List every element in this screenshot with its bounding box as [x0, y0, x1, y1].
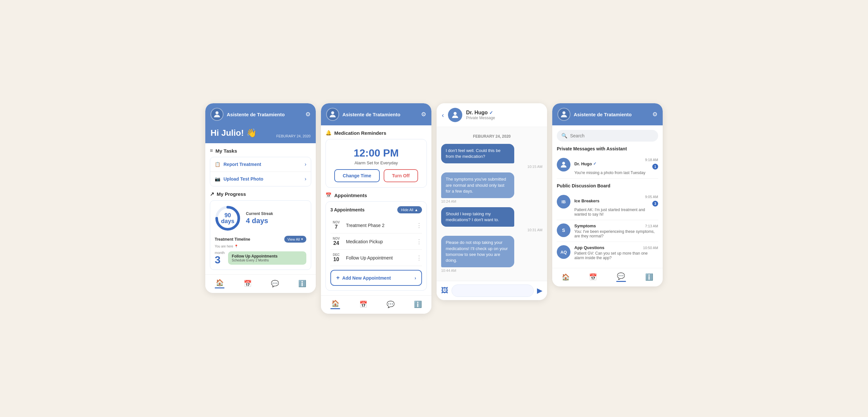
calendar-icon: 📅 [326, 192, 332, 198]
svg-point-3 [331, 111, 334, 114]
screen-chat: ‹ Dr. Hugo ✓ Private Message FEBURARY 24… [437, 103, 547, 300]
list-icon: ≡ [210, 148, 213, 154]
header-2: Asistente de Tratamiento ⚙ [321, 103, 431, 125]
search-input[interactable] [570, 133, 654, 138]
svg-point-5 [562, 111, 565, 114]
view-all-btn[interactable]: View All ▾ [284, 236, 306, 243]
appointments-card: 3 Appointments Hide All ▲ Nov 7 Treatmen… [326, 201, 427, 291]
chevron-report: › [305, 161, 306, 167]
nav-chat-1[interactable]: 💬 [271, 280, 279, 287]
nav-chat-2[interactable]: 💬 [386, 300, 395, 308]
nav-calendar-4[interactable]: 📅 [589, 273, 597, 281]
header-title-1: Asistente de Tratamiento [227, 112, 285, 117]
you-are-here: You are here 📍 [215, 245, 306, 248]
hide-all-btn[interactable]: Hide All ▲ [397, 206, 422, 213]
appt-dots-1[interactable]: ⋮ [416, 238, 422, 245]
nav-chat-4[interactable]: 💬 [616, 272, 626, 282]
photo-icon: 📷 [215, 177, 220, 182]
header-1: Asistente de Tratamiento ⚙ [205, 103, 316, 125]
public-msg-ib[interactable]: IB Ice Breakers 9:05 AM 3 Patient AK: I'… [557, 192, 658, 220]
nav-info-4[interactable]: ℹ️ [645, 273, 653, 281]
streak-circle: 90 days [215, 205, 241, 231]
reminder-time: 12:00 PM [331, 147, 421, 159]
nav-info-2[interactable]: ℹ️ [414, 300, 422, 308]
unread-badge-ib: 3 [652, 201, 658, 206]
send-button[interactable]: ▶ [537, 286, 542, 295]
chat-input-bar: 🖼 ▶ [437, 281, 547, 300]
msg-3: Please do not stop taking your medicatio… [441, 236, 542, 272]
appt-dots-2[interactable]: ⋮ [416, 254, 422, 261]
verified-icon: ✓ [489, 110, 493, 115]
aq-avatar: AQ [557, 245, 570, 259]
appt-item-2: Dec 10 Follow Up Appointment ⋮ [330, 250, 422, 266]
nav-calendar-2[interactable]: 📅 [359, 300, 367, 308]
gear-icon-2[interactable]: ⚙ [421, 111, 426, 118]
chat-avatar [448, 108, 462, 122]
header-title-2: Asistente de Tratamiento [342, 112, 400, 117]
appt-title: 📅 Appointments [326, 192, 427, 198]
dr-hugo-avatar [557, 158, 570, 171]
chat-input[interactable] [452, 285, 534, 297]
tasks-title: ≡ My Tasks [210, 148, 311, 154]
report-icon: 📋 [215, 162, 220, 167]
gear-icon-1[interactable]: ⚙ [305, 111, 311, 118]
greeting-banner: Hi Julio! 👋 FEBURARY 24, 2020 [205, 125, 316, 143]
alarm-sub: Alarm Set for Everyday [331, 160, 421, 165]
add-appt-btn[interactable]: + Add New Appointment › [330, 270, 422, 286]
search-bar: 🔍 [557, 130, 658, 141]
msg-0: I don't feel well. Could this be from th… [441, 144, 542, 168]
nav-home-1[interactable]: 🏠 [215, 279, 224, 288]
nav-home-4[interactable]: 🏠 [562, 273, 570, 281]
followup-badge: Follow Up Appointments Schedule Every 2 … [228, 251, 306, 265]
task-report[interactable]: 📋 Report Treatment › [210, 157, 311, 172]
chat-subtitle: Private Message [466, 116, 542, 120]
verified-icon-list: ✓ [593, 161, 596, 166]
gear-icon-4[interactable]: ⚙ [652, 111, 657, 118]
unread-badge-hugo: 1 [652, 164, 658, 169]
appt-count: 3 Appointments [330, 207, 365, 213]
header-avatar-1 [211, 108, 223, 121]
ib-avatar: IB [557, 195, 570, 208]
nav-calendar-1[interactable]: 📅 [244, 280, 252, 287]
chevron-right-appt: › [414, 276, 416, 281]
public-section-title: Public Discussion Board [557, 183, 658, 188]
header-avatar-4 [557, 108, 570, 121]
public-msg-s[interactable]: S Symptoms 7:13 AM You: I've been experi… [557, 220, 658, 242]
private-msg-dr-hugo[interactable]: Dr. Hugo ✓ 9:18 AM 1 You're missing a ph… [557, 155, 658, 179]
header-title-4: Asistente de Tratamiento [574, 112, 631, 117]
chevron-down-icon: ▾ [301, 237, 303, 241]
svg-point-0 [215, 111, 218, 114]
screen-home: Asistente de Tratamiento ⚙ Hi Julio! 👋 F… [205, 103, 316, 293]
doctor-name: Dr. Hugo [466, 110, 488, 116]
back-button[interactable]: ‹ [442, 111, 444, 119]
bell-icon: 🔔 [326, 130, 332, 136]
progress-section: ↗ My Progress 90 days [210, 191, 311, 270]
progress-card: 90 days Current Streak 4 days Treatment … [210, 200, 311, 270]
streak-days-label: 90 days [221, 213, 234, 224]
attach-button[interactable]: 🖼 [441, 286, 448, 295]
screen-messages: Asistente de Tratamiento ⚙ 🔍 Private Mes… [552, 103, 663, 286]
month-number: 3 [215, 255, 225, 265]
nav-info-1[interactable]: ℹ️ [298, 280, 306, 287]
task-photo[interactable]: 📷 Upload Test Photo › [210, 172, 311, 186]
greeting-date: FEBURARY 24, 2020 [276, 134, 311, 138]
chat-date-divider: FEBURARY 24, 2020 [441, 134, 542, 139]
public-msg-aq[interactable]: AQ App Questions 10:50 AM Patient GV: Ca… [557, 242, 658, 263]
appt-dots-0[interactable]: ⋮ [416, 222, 422, 229]
screen-appointments: Asistente de Tratamiento ⚙ 🔔 Medication … [321, 103, 431, 314]
svg-point-6 [562, 162, 565, 165]
header-avatar-2 [326, 108, 339, 121]
bottom-nav-4: 🏠 📅 💬 ℹ️ [552, 268, 663, 286]
tasks-card: 📋 Report Treatment › 📷 Upload Test Photo… [210, 157, 311, 186]
appt-item-0: Nov 7 Treatment Phase 2 ⋮ [330, 217, 422, 233]
appt-item-1: Nov 24 Medication Pickup ⋮ [330, 233, 422, 250]
change-time-btn[interactable]: Change Time [334, 169, 380, 182]
nav-home-2[interactable]: 🏠 [330, 299, 340, 309]
chat-body: FEBURARY 24, 2020 I don't feel well. Cou… [437, 127, 547, 281]
private-section-title: Private Messages with Assistant [557, 146, 658, 151]
turn-off-btn[interactable]: Turn Off [384, 169, 418, 182]
chevron-up-icon: ▲ [414, 208, 418, 212]
greeting-text: Hi Julio! 👋 [211, 128, 257, 138]
svg-point-4 [454, 112, 457, 115]
msg-1: The symptoms you've submitted are normal… [441, 172, 542, 203]
